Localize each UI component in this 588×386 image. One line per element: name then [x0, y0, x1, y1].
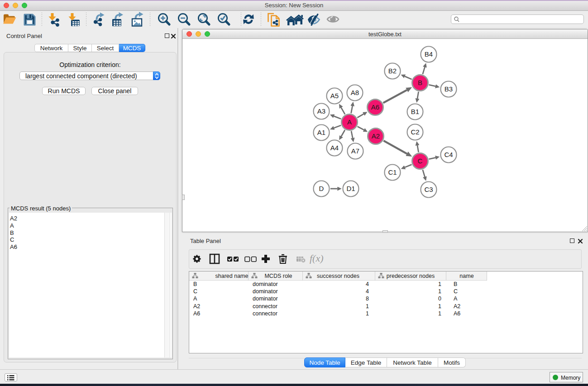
svg-text:A1: A1 — [317, 129, 325, 136]
svg-text:A6: A6 — [371, 103, 379, 111]
svg-text:D: D — [319, 185, 324, 192]
svg-text:C1: C1 — [388, 168, 397, 176]
svg-text:D1: D1 — [346, 185, 355, 192]
svg-text:A: A — [347, 118, 352, 126]
svg-text:B2: B2 — [388, 67, 397, 75]
svg-text:B: B — [418, 79, 422, 86]
svg-text:C: C — [418, 157, 423, 165]
svg-text:C4: C4 — [444, 151, 453, 158]
svg-text:A4: A4 — [330, 144, 339, 152]
svg-text:C3: C3 — [424, 186, 433, 193]
svg-text:A3: A3 — [317, 107, 325, 115]
svg-text:A5: A5 — [330, 92, 339, 100]
svg-text:B3: B3 — [445, 85, 453, 93]
svg-text:A8: A8 — [351, 89, 359, 96]
svg-text:A2: A2 — [372, 132, 380, 140]
svg-text:B1: B1 — [411, 108, 419, 115]
svg-text:C2: C2 — [411, 128, 419, 136]
svg-text:B4: B4 — [425, 50, 433, 58]
svg-text:A7: A7 — [351, 147, 359, 155]
